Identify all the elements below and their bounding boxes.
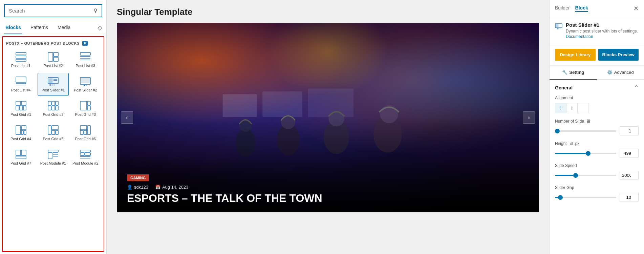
height-control: [555, 149, 639, 158]
svg-rect-25: [16, 101, 21, 105]
header-tabs: Builder Block: [555, 5, 588, 12]
svg-rect-49: [80, 130, 83, 134]
block-item-post-grid-4[interactable]: Post Grid #4: [5, 122, 36, 145]
post-list-3-label: Post List #3: [76, 64, 95, 68]
height-thumb[interactable]: [586, 151, 591, 156]
svg-rect-1: [16, 56, 26, 58]
diamond-icon: ◇: [98, 24, 102, 31]
svg-rect-61: [85, 153, 90, 155]
canvas-area: ‹ › GAMING 👤 sdk123 📅 Aug 14, 2023 ESPOR…: [107, 23, 549, 254]
advanced-gear-icon: ⚙️: [607, 70, 613, 75]
author-icon: 👤: [127, 185, 132, 190]
tab-advanced[interactable]: ⚙️ Advanced: [597, 66, 644, 80]
svg-rect-40: [21, 126, 26, 130]
main-content: Singular Template: [107, 0, 549, 254]
alignment-setting: Alignment ⁝ ⁞: [555, 96, 639, 113]
general-section-header: General ⌃: [555, 84, 639, 91]
svg-rect-53: [16, 156, 26, 159]
height-track[interactable]: [555, 153, 616, 154]
block-info-icon: [555, 23, 562, 32]
slider-gap-thumb[interactable]: [558, 195, 563, 200]
block-item-post-module-1[interactable]: Post Module #1: [38, 146, 68, 169]
slide-speed-thumb[interactable]: [573, 173, 578, 178]
number-of-slide-input[interactable]: [620, 126, 639, 135]
svg-rect-6: [80, 52, 90, 55]
svg-rect-42: [24, 130, 26, 134]
align-right-button[interactable]: [578, 103, 588, 113]
svg-point-24: [86, 85, 87, 86]
slider-gap-fill: [555, 197, 558, 198]
block-item-post-list-1[interactable]: Post List #1: [5, 48, 36, 71]
post-list-1-icon: [16, 52, 26, 62]
slider-gap-input[interactable]: [620, 193, 639, 202]
block-item-post-list-2[interactable]: Post List #2: [38, 48, 68, 71]
tab-builder[interactable]: Builder: [555, 5, 570, 12]
search-input[interactable]: [9, 8, 93, 14]
tab-block[interactable]: Block: [575, 5, 588, 12]
number-of-slide-control: [555, 126, 639, 135]
general-title: General: [555, 85, 573, 90]
tab-patterns[interactable]: Patterns: [29, 21, 49, 34]
svg-point-18: [51, 84, 53, 86]
documentation-link[interactable]: Documentation: [566, 34, 593, 39]
block-item-post-grid-1[interactable]: Post Grid #1: [5, 97, 36, 120]
block-item-post-grid-6[interactable]: Post Grid #6: [70, 122, 101, 145]
block-item-post-grid-7[interactable]: Post Grid #7: [5, 146, 36, 169]
close-button[interactable]: ✕: [634, 5, 639, 12]
svg-point-77: [557, 28, 558, 29]
design-library-button[interactable]: Design Library: [555, 49, 596, 61]
slider-gap-track[interactable]: [555, 197, 616, 198]
alignment-buttons: ⁝ ⁞: [555, 103, 588, 113]
calendar-icon: 📅: [155, 185, 160, 190]
post-list-3-icon: [80, 52, 91, 62]
svg-rect-39: [16, 126, 21, 134]
svg-rect-35: [56, 106, 58, 110]
post-grid-1-icon: [16, 101, 26, 110]
block-item-post-grid-5[interactable]: Post Grid #5: [38, 122, 68, 145]
page-title-bar: Singular Template: [107, 0, 549, 23]
block-item-post-list-3[interactable]: Post List #3: [70, 48, 101, 71]
svg-rect-30: [48, 101, 51, 105]
tab-media[interactable]: Media: [56, 21, 72, 34]
post-grid-5-icon: [48, 125, 59, 135]
number-of-slide-thumb[interactable]: [555, 129, 560, 133]
svg-rect-5: [53, 57, 58, 61]
block-item-post-slider-2[interactable]: Post Slider #2: [70, 73, 101, 96]
slide-speed-fill: [555, 175, 573, 176]
blocks-preview-button[interactable]: Blocks Preview: [598, 49, 639, 61]
slide-title: ESPORTS – THE TALK OF THE TOWN: [127, 192, 529, 204]
post-slider-1-icon: [48, 77, 59, 86]
tab-blocks[interactable]: Blocks: [4, 21, 22, 34]
align-left-button[interactable]: ⁝: [555, 103, 566, 113]
block-item-post-slider-1[interactable]: Post Slider #1: [38, 73, 68, 96]
height-unit: px: [575, 141, 580, 146]
block-item-post-list-4[interactable]: Post List #4: [5, 73, 36, 96]
slider-prev-button[interactable]: ‹: [121, 111, 133, 124]
svg-rect-66: [308, 88, 353, 117]
block-item-post-module-2[interactable]: Post Module #2: [70, 146, 101, 169]
block-item-post-grid-2[interactable]: Post Grid #2: [38, 97, 68, 120]
slide-speed-track[interactable]: [555, 175, 616, 176]
action-buttons: Design Library Blocks Preview: [550, 44, 644, 66]
blocks-list-header: POSTX – GUTENBERG POST BLOCKS P: [5, 40, 101, 48]
number-of-slide-setting: Number of Slide 🖥: [555, 119, 639, 135]
tab-setting[interactable]: 🔧 Setting: [550, 66, 597, 80]
post-grid-6-label: Post Grid #6: [75, 137, 96, 141]
svg-point-19: [53, 84, 55, 86]
slide-speed-input[interactable]: [620, 171, 639, 180]
svg-rect-60: [80, 153, 84, 155]
svg-rect-32: [56, 101, 58, 105]
slider-container: ‹ › GAMING 👤 sdk123 📅 Aug 14, 2023 ESPOR…: [117, 23, 539, 212]
svg-rect-65: [262, 91, 302, 117]
svg-rect-54: [48, 150, 58, 152]
height-input[interactable]: [620, 149, 639, 158]
post-module-1-label: Post Module #1: [40, 161, 66, 165]
svg-rect-46: [56, 130, 58, 134]
number-of-slide-track[interactable]: [555, 130, 616, 132]
general-collapse-toggle[interactable]: ⌃: [634, 84, 639, 91]
post-grid-3-icon: [80, 101, 91, 110]
slider-next-button[interactable]: ›: [523, 111, 535, 124]
align-center-button[interactable]: ⁞: [566, 103, 578, 113]
block-item-post-grid-3[interactable]: Post Grid #3: [70, 97, 101, 120]
post-list-2-label: Post List #2: [43, 64, 63, 68]
